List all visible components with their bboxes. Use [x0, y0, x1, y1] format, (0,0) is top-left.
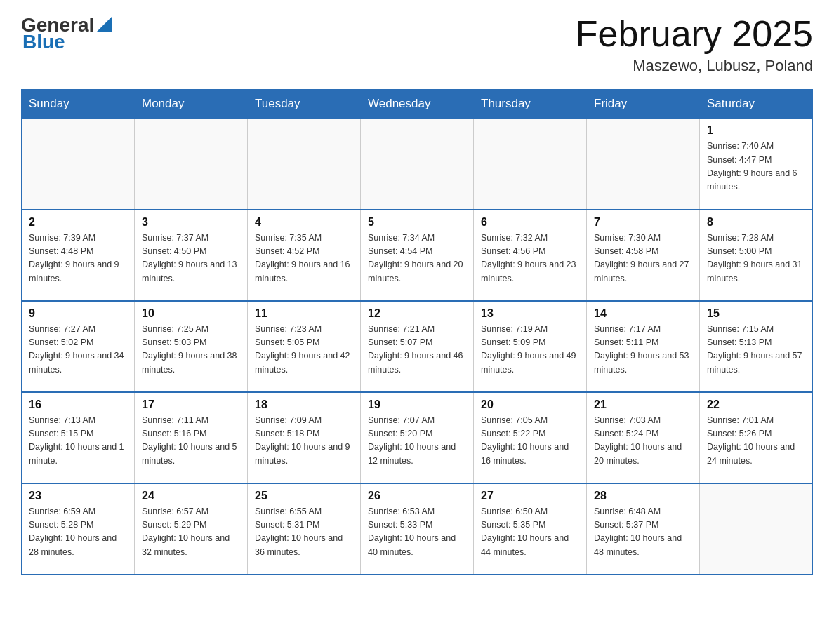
calendar-cell [135, 119, 248, 210]
calendar-cell: 23Sunrise: 6:59 AMSunset: 5:28 PMDayligh… [22, 483, 135, 575]
day-number: 3 [142, 216, 240, 229]
calendar-cell: 14Sunrise: 7:17 AMSunset: 5:11 PMDayligh… [587, 301, 700, 392]
day-number: 8 [707, 216, 805, 229]
day-info: Sunrise: 6:59 AMSunset: 5:28 PMDaylight:… [29, 505, 127, 560]
calendar-cell: 6Sunrise: 7:32 AMSunset: 4:56 PMDaylight… [474, 210, 587, 301]
day-info: Sunrise: 6:48 AMSunset: 5:37 PMDaylight:… [594, 505, 692, 560]
calendar-cell: 5Sunrise: 7:34 AMSunset: 4:54 PMDaylight… [361, 210, 474, 301]
logo-blue-text: Blue [22, 31, 65, 53]
calendar-cell: 9Sunrise: 7:27 AMSunset: 5:02 PMDaylight… [22, 301, 135, 392]
day-number: 17 [142, 398, 240, 411]
day-number: 24 [142, 490, 240, 502]
calendar-cell: 22Sunrise: 7:01 AMSunset: 5:26 PMDayligh… [700, 392, 813, 483]
title-section: February 2025 Maszewo, Lubusz, Poland [576, 14, 813, 75]
calendar-cell: 17Sunrise: 7:11 AMSunset: 5:16 PMDayligh… [135, 392, 248, 483]
day-info: Sunrise: 7:32 AMSunset: 4:56 PMDaylight:… [481, 232, 579, 286]
day-number: 2 [29, 216, 127, 229]
day-number: 13 [481, 307, 579, 320]
day-number: 20 [481, 398, 579, 411]
day-number: 26 [368, 490, 466, 502]
day-info: Sunrise: 7:21 AMSunset: 5:07 PMDaylight:… [368, 323, 466, 377]
day-number: 28 [594, 490, 692, 502]
day-number: 15 [707, 307, 805, 320]
weekday-header-row: SundayMondayTuesdayWednesdayThursdayFrid… [22, 90, 813, 119]
calendar-cell [248, 119, 361, 210]
day-number: 1 [707, 124, 805, 137]
calendar-cell: 3Sunrise: 7:37 AMSunset: 4:50 PMDaylight… [135, 210, 248, 301]
day-info: Sunrise: 7:15 AMSunset: 5:13 PMDaylight:… [707, 323, 805, 377]
calendar-cell: 7Sunrise: 7:30 AMSunset: 4:58 PMDaylight… [587, 210, 700, 301]
calendar-cell: 28Sunrise: 6:48 AMSunset: 5:37 PMDayligh… [587, 483, 700, 575]
weekday-header-sunday: Sunday [22, 90, 135, 119]
calendar-cell [361, 119, 474, 210]
logo-triangle-icon [96, 17, 112, 32]
day-info: Sunrise: 7:28 AMSunset: 5:00 PMDaylight:… [707, 232, 805, 286]
weekday-header-friday: Friday [587, 90, 700, 119]
day-number: 11 [255, 307, 353, 320]
calendar-cell [700, 483, 813, 575]
day-info: Sunrise: 7:03 AMSunset: 5:24 PMDaylight:… [594, 414, 692, 469]
day-info: Sunrise: 6:50 AMSunset: 5:35 PMDaylight:… [481, 505, 579, 560]
weekday-header-wednesday: Wednesday [361, 90, 474, 119]
day-number: 7 [594, 216, 692, 229]
calendar-week-row: 1Sunrise: 7:40 AMSunset: 4:47 PMDaylight… [22, 119, 813, 210]
calendar-cell: 27Sunrise: 6:50 AMSunset: 5:35 PMDayligh… [474, 483, 587, 575]
day-info: Sunrise: 7:35 AMSunset: 4:52 PMDaylight:… [255, 232, 353, 286]
day-number: 14 [594, 307, 692, 320]
calendar-cell: 15Sunrise: 7:15 AMSunset: 5:13 PMDayligh… [700, 301, 813, 392]
day-info: Sunrise: 7:30 AMSunset: 4:58 PMDaylight:… [594, 232, 692, 286]
day-number: 5 [368, 216, 466, 229]
day-number: 25 [255, 490, 353, 502]
calendar-cell: 21Sunrise: 7:03 AMSunset: 5:24 PMDayligh… [587, 392, 700, 483]
logo: General Blue [21, 14, 112, 53]
calendar-cell: 18Sunrise: 7:09 AMSunset: 5:18 PMDayligh… [248, 392, 361, 483]
day-info: Sunrise: 7:25 AMSunset: 5:03 PMDaylight:… [142, 323, 240, 377]
day-info: Sunrise: 7:23 AMSunset: 5:05 PMDaylight:… [255, 323, 353, 377]
calendar-cell: 10Sunrise: 7:25 AMSunset: 5:03 PMDayligh… [135, 301, 248, 392]
calendar-cell: 12Sunrise: 7:21 AMSunset: 5:07 PMDayligh… [361, 301, 474, 392]
day-info: Sunrise: 7:13 AMSunset: 5:15 PMDaylight:… [29, 414, 127, 469]
calendar-cell: 20Sunrise: 7:05 AMSunset: 5:22 PMDayligh… [474, 392, 587, 483]
calendar-cell: 24Sunrise: 6:57 AMSunset: 5:29 PMDayligh… [135, 483, 248, 575]
day-number: 9 [29, 307, 127, 320]
day-info: Sunrise: 7:17 AMSunset: 5:11 PMDaylight:… [594, 323, 692, 377]
calendar-title: February 2025 [576, 14, 813, 54]
day-number: 6 [481, 216, 579, 229]
day-info: Sunrise: 6:57 AMSunset: 5:29 PMDaylight:… [142, 505, 240, 560]
calendar-cell [474, 119, 587, 210]
calendar-week-row: 23Sunrise: 6:59 AMSunset: 5:28 PMDayligh… [22, 483, 813, 575]
page-header: General Blue February 2025 Maszewo, Lubu… [21, 14, 813, 75]
day-info: Sunrise: 7:11 AMSunset: 5:16 PMDaylight:… [142, 414, 240, 469]
day-info: Sunrise: 7:05 AMSunset: 5:22 PMDaylight:… [481, 414, 579, 469]
calendar-week-row: 2Sunrise: 7:39 AMSunset: 4:48 PMDaylight… [22, 210, 813, 301]
day-number: 18 [255, 398, 353, 411]
day-number: 16 [29, 398, 127, 411]
calendar-cell: 13Sunrise: 7:19 AMSunset: 5:09 PMDayligh… [474, 301, 587, 392]
day-info: Sunrise: 6:55 AMSunset: 5:31 PMDaylight:… [255, 505, 353, 560]
day-number: 27 [481, 490, 579, 502]
day-info: Sunrise: 7:39 AMSunset: 4:48 PMDaylight:… [29, 232, 127, 286]
day-number: 10 [142, 307, 240, 320]
day-info: Sunrise: 7:40 AMSunset: 4:47 PMDaylight:… [707, 140, 805, 194]
day-info: Sunrise: 6:53 AMSunset: 5:33 PMDaylight:… [368, 505, 466, 560]
day-info: Sunrise: 7:34 AMSunset: 4:54 PMDaylight:… [368, 232, 466, 286]
calendar-cell [587, 119, 700, 210]
calendar-cell [22, 119, 135, 210]
calendar-cell: 16Sunrise: 7:13 AMSunset: 5:15 PMDayligh… [22, 392, 135, 483]
day-number: 19 [368, 398, 466, 411]
weekday-header-monday: Monday [135, 90, 248, 119]
svg-marker-0 [96, 17, 112, 32]
calendar-week-row: 16Sunrise: 7:13 AMSunset: 5:15 PMDayligh… [22, 392, 813, 483]
day-info: Sunrise: 7:07 AMSunset: 5:20 PMDaylight:… [368, 414, 466, 469]
day-info: Sunrise: 7:27 AMSunset: 5:02 PMDaylight:… [29, 323, 127, 377]
calendar-subtitle: Maszewo, Lubusz, Poland [576, 57, 813, 75]
day-number: 12 [368, 307, 466, 320]
calendar-cell: 11Sunrise: 7:23 AMSunset: 5:05 PMDayligh… [248, 301, 361, 392]
calendar-table: SundayMondayTuesdayWednesdayThursdayFrid… [21, 89, 813, 575]
day-number: 23 [29, 490, 127, 502]
calendar-cell: 1Sunrise: 7:40 AMSunset: 4:47 PMDaylight… [700, 119, 813, 210]
weekday-header-saturday: Saturday [700, 90, 813, 119]
calendar-cell: 25Sunrise: 6:55 AMSunset: 5:31 PMDayligh… [248, 483, 361, 575]
day-number: 22 [707, 398, 805, 411]
day-info: Sunrise: 7:01 AMSunset: 5:26 PMDaylight:… [707, 414, 805, 469]
